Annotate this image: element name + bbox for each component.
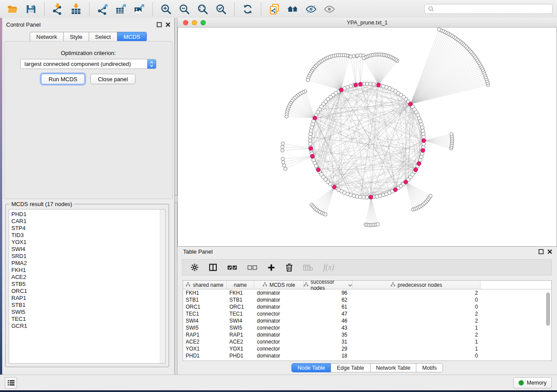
delete-columns-icon[interactable] xyxy=(303,262,313,273)
control-panel-close-button[interactable] xyxy=(165,22,171,28)
table-row[interactable]: PHD1PHD1dominator180 xyxy=(183,352,551,359)
table-panel-float-button[interactable] xyxy=(538,249,544,254)
mcds-result-list[interactable]: PHD1CAR1STP4TID3YOX1SWI4SRD1PMA2FKH1ACE2… xyxy=(9,210,160,363)
mcds-result-item[interactable]: ORC1 xyxy=(11,288,160,295)
tab-style[interactable]: Style xyxy=(63,32,89,41)
cell-predecessor-nodes[interactable]: 2 xyxy=(353,317,481,324)
export-image-icon[interactable] xyxy=(134,3,145,15)
clone-network-icon[interactable] xyxy=(269,3,280,15)
column-header-name[interactable]: name xyxy=(227,281,254,289)
mcds-result-item[interactable]: RAP1 xyxy=(11,295,160,302)
cell-mcds-role[interactable]: dominator xyxy=(254,303,304,310)
control-panel-float-button[interactable] xyxy=(156,22,162,28)
show-all-icon[interactable] xyxy=(324,3,335,15)
table-scrollbar-thumb[interactable] xyxy=(546,292,550,326)
table-row[interactable]: ACE2ACE2connector311 xyxy=(183,338,551,345)
cell-name[interactable]: ORC1 xyxy=(227,303,254,310)
cell-predecessor-nodes[interactable]: 2 xyxy=(353,289,481,296)
cell-shared-name[interactable]: FKH1 xyxy=(183,289,227,296)
column-header-shared-name[interactable]: shared name xyxy=(183,281,227,289)
cell-name[interactable]: SWI4 xyxy=(227,317,254,324)
cell-predecessor-nodes[interactable]: 2 xyxy=(353,310,481,317)
search-input[interactable] xyxy=(434,5,552,14)
column-header-predecessor-nodes[interactable]: predecessor nodes xyxy=(353,281,481,289)
network-canvas[interactable] xyxy=(177,28,557,247)
memory-button[interactable]: Memory xyxy=(513,377,552,389)
graph-ring-nodes[interactable] xyxy=(308,82,426,199)
export-network-icon[interactable] xyxy=(97,3,108,15)
cell-successor-nodes[interactable]: 46 xyxy=(304,317,353,324)
cell-successor-nodes[interactable]: 47 xyxy=(304,310,353,317)
cell-shared-name[interactable]: TEC1 xyxy=(183,310,227,317)
cell-shared-name[interactable]: YOX1 xyxy=(183,345,227,352)
export-table-icon[interactable] xyxy=(115,3,127,15)
table-settings-icon[interactable] xyxy=(190,262,199,273)
zoom-fit-icon[interactable] xyxy=(197,3,208,15)
refresh-view-icon[interactable] xyxy=(242,3,253,15)
mcds-result-item[interactable]: YOX1 xyxy=(11,239,160,246)
cell-name[interactable]: SWI5 xyxy=(227,324,254,331)
column-header-mcds-role[interactable]: MCDS role xyxy=(254,281,304,289)
save-session-icon[interactable] xyxy=(25,3,37,15)
cell-predecessor-nodes[interactable]: 1 xyxy=(353,345,481,352)
cell-mcds-role[interactable]: connector xyxy=(254,338,304,345)
cell-successor-nodes[interactable]: 35 xyxy=(304,331,353,338)
cell-successor-nodes[interactable]: 31 xyxy=(304,338,353,345)
table-row[interactable]: ORC1ORC1dominator610 xyxy=(183,303,551,310)
function-builder-icon[interactable]: f(x) xyxy=(323,262,334,273)
mcds-result-item[interactable]: SWI5 xyxy=(11,309,160,316)
mcds-result-item[interactable]: CAR1 xyxy=(11,218,160,225)
zoom-out-icon[interactable] xyxy=(179,3,190,15)
mcds-result-scrollbar[interactable] xyxy=(160,210,165,363)
hide-selected-icon[interactable] xyxy=(305,3,317,15)
cell-name[interactable]: PHD1 xyxy=(227,352,254,359)
cell-predecessor-nodes[interactable]: 0 xyxy=(353,303,481,310)
mcds-result-item[interactable]: ACE2 xyxy=(11,274,160,281)
cell-predecessor-nodes[interactable]: 0 xyxy=(353,352,481,359)
cell-successor-nodes[interactable]: 62 xyxy=(304,296,353,303)
cell-mcds-role[interactable]: connector xyxy=(254,310,304,317)
cell-shared-name[interactable]: ACE2 xyxy=(183,338,227,345)
cell-name[interactable]: RAP1 xyxy=(227,331,254,338)
tab-motifs[interactable]: Motifs xyxy=(416,363,443,372)
deselect-all-icon[interactable] xyxy=(247,262,257,273)
cell-predecessor-nodes[interactable]: 1 xyxy=(353,338,481,345)
tab-network[interactable]: Network xyxy=(30,32,64,41)
mcds-result-item[interactable]: STB5 xyxy=(11,281,160,288)
cell-predecessor-nodes[interactable]: 2 xyxy=(353,331,481,338)
network-graph[interactable] xyxy=(178,28,557,246)
cell-name[interactable]: YOX1 xyxy=(227,345,254,352)
delete-row-icon[interactable] xyxy=(285,262,293,273)
table-row[interactable]: FKH1FKH1dominator962 xyxy=(183,289,551,296)
cell-mcds-role[interactable]: dominator xyxy=(254,317,304,324)
cell-successor-nodes[interactable]: 18 xyxy=(304,352,353,359)
mcds-result-item[interactable]: TEC1 xyxy=(11,316,160,323)
zoom-in-icon[interactable] xyxy=(160,3,172,15)
mcds-result-item[interactable]: FKH1 xyxy=(11,267,160,274)
cell-shared-name[interactable]: RAP1 xyxy=(183,331,227,338)
tab-edge-table[interactable]: Edge Table xyxy=(331,363,370,372)
table-row[interactable]: RAP1RAP1dominator352 xyxy=(183,331,551,338)
tab-select[interactable]: Select xyxy=(89,32,118,41)
cell-shared-name[interactable]: PHD1 xyxy=(183,352,227,359)
cell-mcds-role[interactable]: dominator xyxy=(254,352,304,359)
cell-successor-nodes[interactable]: 43 xyxy=(304,324,353,331)
open-file-icon[interactable] xyxy=(7,3,18,15)
cell-successor-nodes[interactable]: 29 xyxy=(304,345,353,352)
cell-mcds-role[interactable]: connector xyxy=(254,324,304,331)
table-row[interactable]: SWI5SWI5connector431 xyxy=(183,324,551,331)
table-row[interactable]: YOX1YOX1connector291 xyxy=(183,345,551,352)
cell-name[interactable]: ACE2 xyxy=(227,338,254,345)
tab-network-table[interactable]: Network Table xyxy=(370,363,417,372)
mcds-result-item[interactable]: PMA2 xyxy=(11,260,160,267)
table-panel-close-button[interactable] xyxy=(547,249,553,254)
cell-predecessor-nodes[interactable]: 0 xyxy=(353,296,481,303)
criterion-dropdown[interactable]: largest connected component (undirected) xyxy=(20,59,156,69)
cell-mcds-role[interactable]: dominator xyxy=(254,331,304,338)
cell-mcds-role[interactable]: dominator xyxy=(254,296,304,303)
cell-shared-name[interactable]: SWI4 xyxy=(183,317,227,324)
task-history-button[interactable] xyxy=(5,377,17,389)
cell-successor-nodes[interactable]: 61 xyxy=(304,303,353,310)
cell-shared-name[interactable]: ORC1 xyxy=(183,303,227,310)
table-row[interactable]: TEC1TEC1connector472 xyxy=(183,310,551,317)
